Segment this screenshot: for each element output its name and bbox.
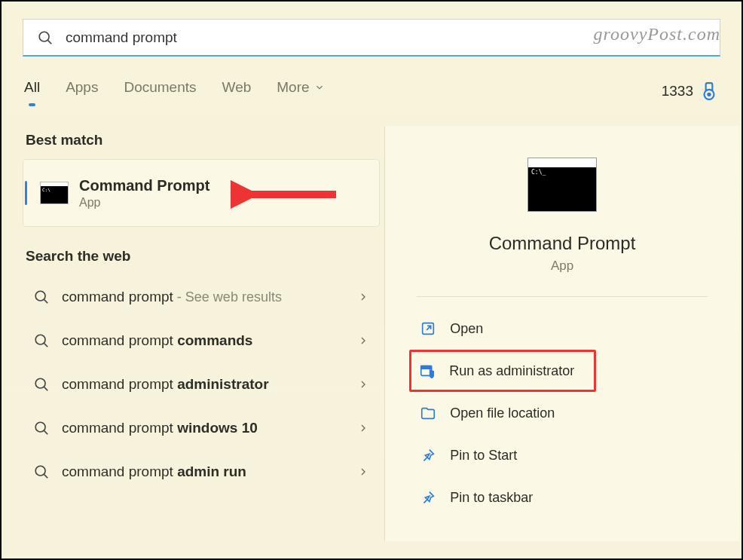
action-run-as-admin[interactable]: Run as administrator <box>409 350 596 392</box>
watermark: groovyPost.com <box>594 24 720 44</box>
divider <box>417 296 707 297</box>
best-match-result[interactable]: Command Prompt App <box>23 159 380 227</box>
annotation-arrow <box>231 158 351 222</box>
tab-web[interactable]: Web <box>222 79 252 103</box>
svg-line-1 <box>48 40 52 44</box>
web-result[interactable]: command prompt windows 10 <box>23 406 380 450</box>
tab-documents[interactable]: Documents <box>124 79 196 103</box>
chevron-right-icon <box>357 466 369 478</box>
svg-point-0 <box>39 32 49 41</box>
preview-subtitle: App <box>551 259 573 274</box>
action-open[interactable]: Open <box>417 308 707 350</box>
action-open-location[interactable]: Open file location <box>417 392 707 434</box>
filter-tabs: All Apps Documents Web More 1333 <box>24 79 719 103</box>
pin-icon <box>420 447 436 464</box>
web-result[interactable]: command prompt administrator <box>23 363 380 406</box>
web-result-text: command prompt commands <box>62 332 357 349</box>
command-prompt-icon-large <box>527 158 597 212</box>
svg-point-9 <box>35 378 45 388</box>
action-pin-taskbar[interactable]: Pin to taskbar <box>417 476 707 519</box>
search-icon <box>33 332 50 349</box>
best-match-label: Best match <box>26 132 384 148</box>
web-result[interactable]: command prompt admin run <box>23 450 380 494</box>
action-pin-start[interactable]: Pin to Start <box>417 434 707 476</box>
search-icon <box>33 464 50 480</box>
web-result[interactable]: command prompt - See web results <box>23 275 380 319</box>
svg-point-5 <box>35 291 45 301</box>
svg-point-11 <box>35 422 45 432</box>
svg-line-14 <box>44 475 48 479</box>
tab-apps[interactable]: Apps <box>66 79 98 103</box>
search-icon <box>33 420 50 436</box>
result-subtitle: App <box>79 196 209 210</box>
chevron-right-icon <box>357 422 369 434</box>
svg-line-12 <box>44 431 48 435</box>
tab-all[interactable]: All <box>24 79 40 103</box>
tab-more[interactable]: More <box>277 79 324 103</box>
search-icon <box>33 376 50 393</box>
svg-point-13 <box>35 466 45 476</box>
web-result-text: command prompt admin run <box>62 464 357 480</box>
pin-icon <box>420 489 436 506</box>
rewards-icon <box>699 81 719 101</box>
rewards-points[interactable]: 1333 <box>662 81 719 101</box>
web-result-text: command prompt windows 10 <box>62 420 357 436</box>
open-icon <box>420 320 436 337</box>
chevron-right-icon <box>357 335 369 347</box>
search-icon <box>37 29 54 46</box>
svg-rect-17 <box>421 366 432 369</box>
search-icon <box>33 289 50 305</box>
chevron-down-icon <box>314 82 325 93</box>
chevron-right-icon <box>357 291 369 303</box>
run-admin-icon <box>419 363 436 379</box>
command-prompt-icon <box>40 182 69 204</box>
chevron-right-icon <box>357 378 369 390</box>
svg-point-7 <box>35 335 45 344</box>
svg-point-3 <box>707 93 711 96</box>
search-web-label: Search the web <box>26 248 384 265</box>
folder-icon <box>420 405 436 421</box>
result-title: Command Prompt <box>79 176 209 194</box>
svg-line-6 <box>44 300 48 304</box>
svg-line-10 <box>44 387 48 391</box>
preview-pane: Command Prompt App Open Run as administr… <box>384 126 739 541</box>
preview-title: Command Prompt <box>489 233 636 254</box>
svg-line-8 <box>44 344 48 347</box>
web-result[interactable]: command prompt commands <box>23 319 380 363</box>
web-result-text: command prompt administrator <box>62 376 357 393</box>
web-result-text: command prompt - See web results <box>62 289 357 305</box>
